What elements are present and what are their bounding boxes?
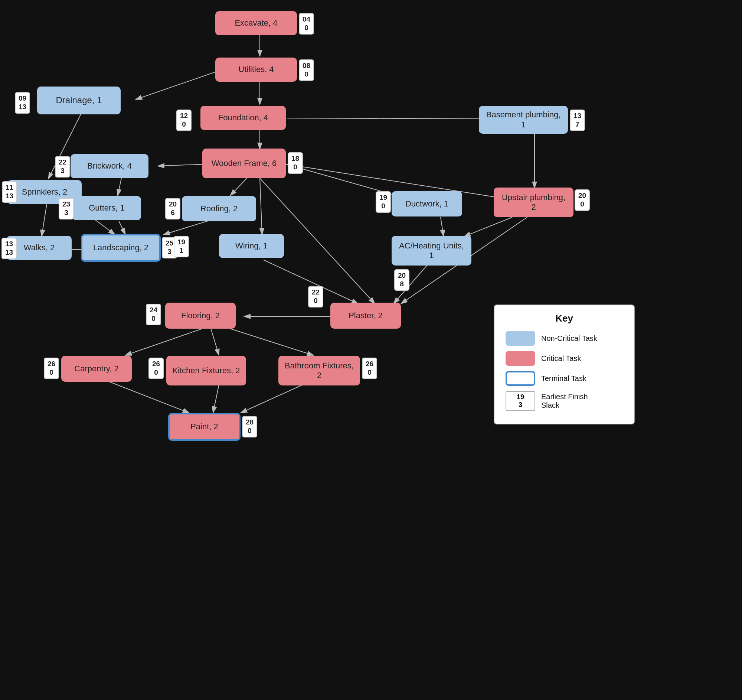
svg-line-21 (464, 217, 512, 237)
svg-line-17 (163, 221, 208, 235)
excavate-node: Excavate, 4 (215, 11, 297, 35)
wiring-badge: 191 (174, 236, 189, 257)
kitchen-fixtures-node: Kitchen Fixtures, 2 (166, 356, 246, 385)
key-badge-row: 193 Earliest FinishSlack (506, 391, 623, 411)
utilities-node: Utilities, 4 (215, 57, 297, 82)
gutters-badge: 233 (59, 198, 74, 220)
basement-badge: 137 (570, 109, 585, 131)
key-badge-label: Earliest FinishSlack (541, 392, 588, 410)
svg-line-28 (230, 329, 314, 355)
brickwork-node: Brickwork, 4 (71, 154, 149, 178)
brickwork-badge: 223 (55, 156, 70, 177)
ac-badge: 208 (394, 269, 409, 291)
key-terminal-label: Terminal Task (541, 374, 586, 383)
svg-line-31 (240, 381, 312, 413)
roofing-node: Roofing, 2 (182, 196, 256, 221)
wooden-frame-badge: 180 (288, 152, 303, 174)
svg-line-30 (213, 385, 219, 413)
key-title: Key (506, 313, 623, 324)
key-critical-label: Critical Task (541, 354, 581, 363)
flooring-badge: 240 (146, 304, 161, 325)
landscaping-node: Landscaping, 2 (81, 234, 161, 262)
key-critical-row: Critical Task (506, 351, 623, 366)
svg-line-8 (230, 178, 247, 196)
key-critical-sample (506, 351, 535, 366)
svg-line-18 (119, 221, 125, 235)
key-non-critical-row: Non-Critical Task (506, 331, 623, 346)
wiring-node: Wiring, 1 (219, 234, 284, 258)
carpentry-badge: 260 (44, 358, 59, 379)
svg-line-9 (260, 178, 262, 235)
drainage-badge: 0913 (15, 92, 30, 113)
svg-line-7 (158, 164, 208, 166)
svg-line-14 (118, 178, 121, 196)
svg-line-15 (41, 204, 47, 237)
ac-heating-node: AC/Heating Units, 1 (392, 236, 471, 265)
svg-line-26 (125, 329, 202, 355)
sprinklers-badge: 1113 (2, 181, 17, 203)
key-badge-sample: 193 (506, 391, 535, 411)
paint-node: Paint, 2 (168, 413, 240, 441)
ductwork-badge: 190 (375, 191, 391, 213)
drainage-node: Drainage, 1 (37, 87, 121, 114)
svg-line-2 (135, 69, 223, 100)
upstair-badge: 200 (574, 189, 590, 211)
wooden-frame-node: Wooden Frame, 6 (202, 149, 286, 178)
bathroom-fixtures-node: Bathroom Fixtures, 2 (278, 356, 360, 385)
svg-line-5 (287, 118, 493, 119)
ductwork-node: Ductwork, 1 (392, 191, 462, 217)
upstair-plumbing-node: Upstair plumbing, 2 (494, 187, 573, 217)
roofing-badge: 206 (165, 198, 180, 220)
foundation-badge: 120 (176, 109, 191, 131)
key-box: Key Non-Critical Task Critical Task Term… (494, 305, 635, 424)
bathroom-badge: 260 (362, 358, 377, 379)
svg-line-29 (106, 381, 189, 413)
key-terminal-row: Terminal Task (506, 371, 623, 386)
carpentry-node: Carpentry, 2 (61, 356, 132, 382)
plaster-node: Plaster, 2 (330, 303, 401, 329)
key-non-critical-sample (506, 331, 535, 346)
walks-badge: 1313 (1, 238, 17, 259)
basement-plumbing-node: Basement plumbing, 1 (479, 106, 568, 134)
plaster-badge: 220 (308, 286, 323, 308)
svg-line-27 (211, 329, 219, 355)
svg-line-20 (440, 217, 443, 237)
flooring-node: Flooring, 2 (165, 303, 236, 329)
foundation-node: Foundation, 4 (200, 106, 286, 130)
gutters-node: Gutters, 1 (72, 196, 141, 220)
paint-badge: 280 (242, 416, 257, 438)
key-non-critical-label: Non-Critical Task (541, 334, 597, 343)
key-terminal-sample (506, 371, 535, 386)
kitchen-badge: 260 (149, 358, 164, 379)
utilities-badge: 080 (299, 59, 314, 81)
excavate-badge: 040 (299, 13, 314, 35)
